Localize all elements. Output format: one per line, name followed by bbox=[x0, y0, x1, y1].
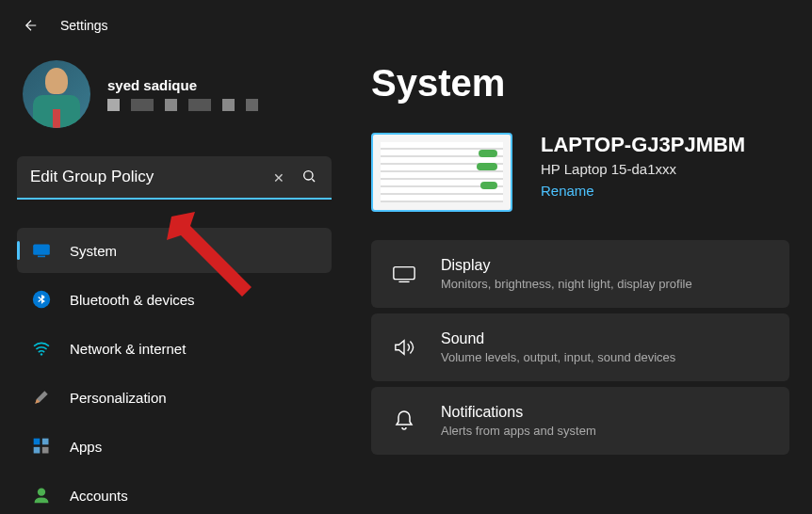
card-title: Display bbox=[441, 257, 692, 274]
card-subtitle: Monitors, brightness, night light, displ… bbox=[441, 277, 692, 291]
wifi-icon bbox=[32, 339, 51, 358]
sidebar-item-personalization[interactable]: Personalization bbox=[17, 375, 332, 420]
sidebar-item-label: Apps bbox=[70, 439, 102, 455]
app-title: Settings bbox=[60, 18, 108, 33]
card-sound[interactable]: Sound Volume levels, output, input, soun… bbox=[371, 313, 789, 381]
back-button[interactable] bbox=[23, 17, 40, 34]
sidebar-item-label: Network & internet bbox=[70, 341, 186, 357]
page-title: System bbox=[371, 62, 789, 104]
system-icon bbox=[32, 241, 51, 260]
sidebar-item-accounts[interactable]: Accounts bbox=[17, 473, 332, 514]
svg-rect-7 bbox=[34, 447, 41, 454]
device-thumbnail[interactable] bbox=[371, 133, 512, 212]
person-icon bbox=[32, 486, 51, 505]
sound-icon bbox=[392, 337, 416, 358]
sidebar-item-apps[interactable]: Apps bbox=[17, 424, 332, 469]
sidebar-item-system[interactable]: System bbox=[17, 228, 332, 273]
sidebar-item-label: Bluetooth & devices bbox=[70, 292, 195, 308]
sidebar-item-label: Personalization bbox=[70, 390, 167, 406]
profile-section[interactable]: syed sadique bbox=[17, 51, 332, 145]
card-subtitle: Volume levels, output, input, sound devi… bbox=[441, 350, 675, 364]
sidebar-item-label: Accounts bbox=[70, 488, 128, 504]
bell-icon bbox=[392, 410, 416, 432]
clear-icon[interactable]: ✕ bbox=[273, 170, 284, 185]
svg-rect-8 bbox=[42, 447, 49, 454]
card-title: Sound bbox=[441, 330, 675, 347]
card-subtitle: Alerts from apps and system bbox=[441, 424, 596, 438]
sidebar-item-label: System bbox=[70, 243, 117, 259]
svg-rect-10 bbox=[394, 267, 414, 280]
apps-icon bbox=[32, 437, 51, 456]
bluetooth-icon bbox=[32, 290, 51, 309]
brush-icon bbox=[32, 388, 51, 407]
sidebar-item-bluetooth[interactable]: Bluetooth & devices bbox=[17, 277, 332, 322]
profile-name: syed sadique bbox=[107, 77, 258, 93]
card-notifications[interactable]: Notifications Alerts from apps and syste… bbox=[371, 387, 789, 455]
svg-rect-5 bbox=[34, 439, 41, 445]
profile-email bbox=[107, 99, 258, 111]
svg-point-0 bbox=[304, 171, 313, 180]
device-model: HP Laptop 15-da1xxx bbox=[541, 161, 745, 177]
svg-rect-2 bbox=[38, 256, 45, 258]
card-display[interactable]: Display Monitors, brightness, night ligh… bbox=[371, 240, 789, 308]
device-name: LAPTOP-GJ3PJMBM bbox=[541, 133, 745, 157]
card-title: Notifications bbox=[441, 404, 596, 421]
avatar[interactable] bbox=[23, 60, 90, 128]
svg-rect-6 bbox=[42, 439, 49, 445]
svg-point-4 bbox=[41, 353, 42, 355]
sidebar-item-network[interactable]: Network & internet bbox=[17, 326, 332, 371]
svg-rect-1 bbox=[33, 245, 50, 255]
display-icon bbox=[392, 264, 416, 284]
search-icon[interactable] bbox=[301, 169, 317, 187]
rename-link[interactable]: Rename bbox=[541, 183, 745, 199]
svg-point-9 bbox=[38, 489, 45, 496]
